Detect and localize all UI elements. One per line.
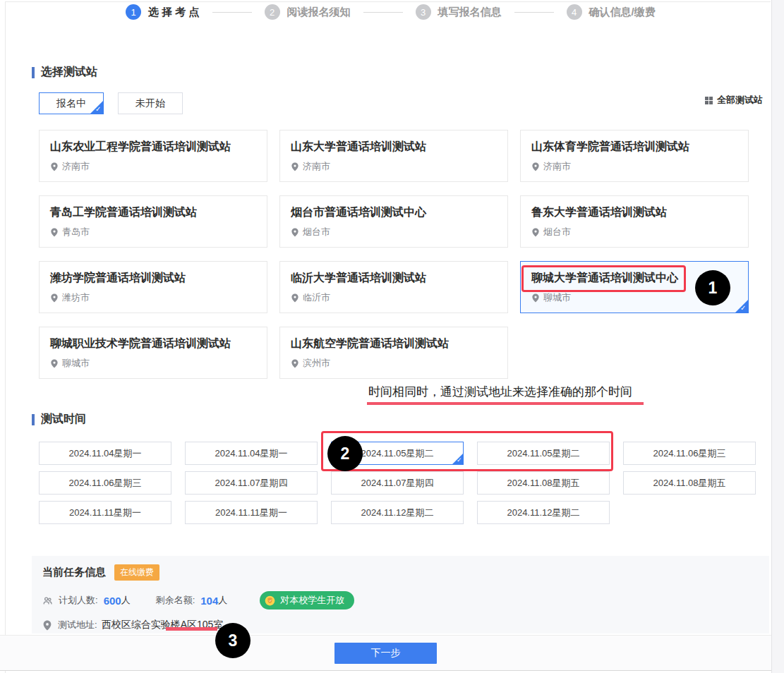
location-pin-icon (291, 228, 299, 237)
date-option[interactable]: 2024.11.07星期四 (185, 471, 318, 495)
station-city-row: 聊城市 (50, 357, 256, 370)
location-pin-icon (291, 293, 299, 303)
station-name: 鲁东大学普通话培训测试站 (531, 205, 737, 220)
date-option[interactable]: 2024.11.07星期四 (331, 471, 464, 495)
date-option[interactable]: 2024.11.08星期五 (477, 471, 610, 495)
online-payment-badge: 在线缴费 (114, 564, 159, 581)
station-card[interactable]: 潍坊学院普通话培训测试站潍坊市 (39, 261, 267, 313)
date-label: 2024.11.05星期二 (507, 447, 579, 460)
station-city-row: 临沂市 (291, 291, 497, 304)
station-section-header: 选择测试站 (32, 65, 97, 80)
remaining-quota-value: 104 (200, 595, 218, 607)
test-address-value: 西校区综合实验楼A区105室 (102, 619, 224, 631)
grid-icon (705, 97, 713, 104)
station-card[interactable]: 山东航空学院普通话培训测试站滨州市 (279, 327, 508, 379)
station-city-row: 济南市 (531, 160, 737, 173)
date-option[interactable]: 2024.11.12星期二 (477, 501, 610, 524)
all-stations-label: 全部测试站 (717, 94, 763, 107)
stepper-step-1: 1选 择 考 点 (126, 4, 200, 20)
exam-registration-page: 1选 择 考 点2阅读报名须知3填写报名信息4确认信息/缴费 选择测试站 报名中… (0, 0, 784, 673)
planned-count-label: 计划人数: (59, 594, 98, 607)
step-label: 选 择 考 点 (148, 6, 200, 19)
location-pin-icon (50, 228, 59, 237)
date-label: 2024.11.07星期四 (361, 477, 433, 490)
date-option[interactable]: 2024.11.05星期二 (477, 442, 610, 465)
station-city: 济南市 (543, 160, 571, 173)
date-option[interactable]: 2024.11.06星期三 (39, 471, 171, 495)
time-section-title: 测试时间 (41, 412, 86, 427)
date-option[interactable]: 2024.11.06星期三 (623, 442, 756, 465)
stepper-connector (363, 12, 403, 13)
station-section-title: 选择测试站 (41, 65, 97, 80)
station-card[interactable]: 烟台市普通话培训测试中心烟台市 (279, 195, 508, 248)
station-city: 济南市 (62, 160, 90, 173)
station-card[interactable]: 聊城大学普通话培训测试中心聊城市 (520, 261, 749, 313)
location-pin-icon (291, 359, 299, 368)
step-number: 4 (567, 4, 582, 20)
station-card[interactable]: 鲁东大学普通话培训测试站烟台市 (520, 195, 749, 248)
date-label: 2024.11.11星期一 (215, 507, 287, 519)
stepper-step-2: 2阅读报名须知 (265, 4, 351, 20)
station-city: 潍坊市 (62, 291, 90, 304)
station-name: 聊城职业技术学院普通话培训测试站 (50, 336, 256, 351)
station-card[interactable]: 山东大学普通话培训测试站济南市 (279, 130, 508, 182)
station-card[interactable]: 山东农业工程学院普通话培训测试站济南市 (39, 130, 267, 182)
step-number: 2 (265, 4, 280, 20)
step-label: 填写报名信息 (438, 6, 502, 19)
step-number: 1 (126, 4, 141, 20)
station-name: 潍坊学院普通话培训测试站 (50, 271, 256, 286)
scrollbar-track[interactable] (771, 0, 784, 673)
date-label: 2024.11.12星期二 (507, 507, 579, 519)
tab-registering[interactable]: 报名中 (39, 92, 104, 114)
tab-label: 未开始 (135, 97, 165, 110)
station-city-row: 滨州市 (291, 357, 497, 370)
footer-bar: 下一步 (0, 635, 771, 671)
date-option[interactable]: 2024.11.11星期一 (185, 501, 318, 524)
location-pin-icon (531, 162, 540, 171)
open-to-school-label: 对本校学生开放 (280, 594, 344, 607)
station-city-row: 潍坊市 (50, 291, 256, 304)
date-option[interactable]: 2024.11.04星期一 (185, 442, 318, 465)
station-card[interactable]: 山东体育学院普通话培训测试站济南市 (520, 130, 749, 182)
station-name: 山东大学普通话培训测试站 (291, 140, 497, 154)
station-card[interactable]: 临沂大学普通话培训测试站临沂市 (279, 261, 508, 313)
station-city-row: 烟台市 (531, 226, 737, 238)
station-name: 山东航空学院普通话培训测试站 (291, 336, 497, 351)
remaining-quota-unit: 人 (218, 594, 227, 607)
stepper-connector (514, 12, 554, 13)
station-card[interactable]: 聊城职业技术学院普通话培训测试站聊城市 (39, 327, 267, 379)
task-info-address-row: 测试地址: 西校区综合实验楼A区105室 (42, 619, 759, 631)
station-city: 烟台市 (303, 226, 330, 238)
location-pin-icon (291, 162, 299, 171)
station-name: 山东农业工程学院普通话培训测试站 (50, 140, 256, 154)
task-info-title: 当前任务信息 (42, 566, 106, 579)
tab-label: 报名中 (56, 97, 86, 110)
tab-not-started[interactable]: 未开始 (118, 92, 183, 114)
next-step-button[interactable]: 下一步 (334, 643, 437, 664)
task-info-stats-row: 计划人数: 600 人 剩余名额: 104 人 对本校学生开放 (42, 591, 759, 610)
location-pin-icon (50, 162, 59, 171)
annotation-underline-note (367, 402, 644, 405)
date-option[interactable]: 2024.11.05星期二 (331, 442, 464, 465)
date-grid: 2024.11.04星期一2024.11.04星期一2024.11.05星期二2… (39, 442, 756, 524)
date-option[interactable]: 2024.11.12星期二 (331, 501, 464, 524)
station-name: 山东体育学院普通话培训测试站 (531, 140, 737, 154)
station-city-row: 济南市 (291, 160, 497, 173)
station-card[interactable]: 青岛工学院普通话培训测试站青岛市 (39, 195, 267, 248)
task-info-title-row: 当前任务信息 在线缴费 (42, 564, 759, 581)
step-label: 阅读报名须知 (287, 6, 351, 19)
date-option[interactable]: 2024.11.04星期一 (39, 442, 171, 465)
station-name: 临沂大学普通话培训测试站 (291, 271, 497, 286)
selected-check-corner (90, 100, 104, 114)
date-label: 2024.11.06星期三 (653, 447, 725, 460)
date-option[interactable]: 2024.11.11星期一 (39, 501, 171, 524)
location-pin-icon (42, 620, 52, 631)
section-accent-bar (32, 414, 35, 425)
station-city-row: 青岛市 (50, 226, 256, 238)
all-stations-link[interactable]: 全部测试站 (705, 94, 763, 107)
stepper-connector (212, 12, 252, 13)
date-label: 2024.11.04星期一 (68, 447, 141, 460)
date-option[interactable]: 2024.11.08星期五 (623, 471, 756, 495)
left-divider (5, 1, 6, 673)
station-city: 青岛市 (62, 226, 90, 238)
